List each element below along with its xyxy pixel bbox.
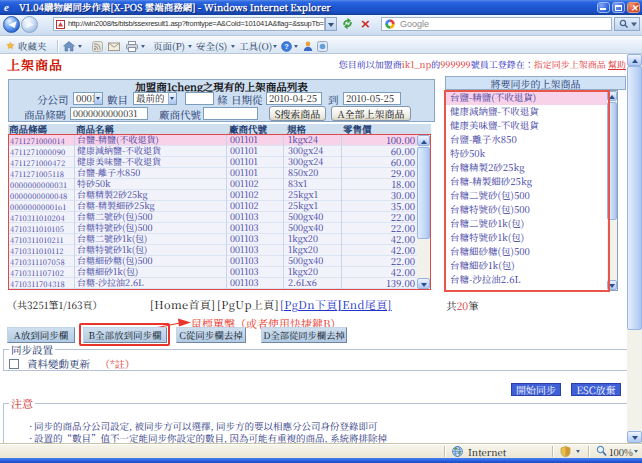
security-zone-label: Internet [468, 446, 506, 458]
address-toolbar: ◀ ▶ http://win2008/ts/btsb/ssexresult1.a… [0, 15, 642, 36]
read-mail-icon[interactable] [108, 41, 120, 52]
scroll-up-icon[interactable] [627, 54, 642, 66]
date-from-input[interactable]: 2010-04-25 [266, 92, 322, 105]
home-dropdown-icon[interactable] [78, 45, 82, 50]
select-arrow-icon[interactable] [168, 93, 176, 104]
feeds-icon[interactable] [92, 41, 103, 52]
table-row[interactable]: 0000000000161 台糖-精製細砂25kg 001102 25kgx1 … [9, 201, 417, 212]
vendor-label: 廠商代號 [159, 108, 201, 121]
zoom-icon[interactable] [596, 445, 607, 457]
home-icon[interactable] [63, 41, 75, 52]
stop-button[interactable]: × [358, 16, 373, 31]
table-row[interactable]: 4710311010211 台糖二號砂1k(包) 001103 1kgx20 4… [9, 234, 417, 245]
address-dropdown-button[interactable] [325, 17, 337, 31]
page-up-link[interactable]: [PgUp上頁] [217, 298, 279, 311]
protected-mode-icon[interactable] [560, 446, 571, 457]
date-to-input[interactable]: 2010-05-25 [343, 92, 401, 105]
safety-menu-dropdown-icon[interactable] [231, 45, 235, 50]
table-row[interactable]: 4710311107102 台糖細砂1k(包) 001103 1kgx20 42… [9, 267, 417, 278]
login-prefix: 您目前以加盟商 [339, 58, 402, 71]
safety-menu[interactable]: 安全(S) [196, 40, 227, 53]
back-button[interactable]: ◀ [3, 16, 20, 33]
branch-select[interactable]: 0001 [73, 92, 103, 105]
notes-legend: 注意 [9, 397, 35, 409]
table-scrollbar[interactable] [417, 135, 430, 289]
maximize-button[interactable] [612, 2, 625, 13]
scroll-down-icon[interactable] [417, 278, 430, 289]
scroll-down-icon[interactable] [627, 431, 642, 443]
data-update-checkbox[interactable] [9, 359, 19, 369]
tools-menu[interactable]: 工具(O) [239, 40, 272, 53]
table-row[interactable]: 4710311010105 台糖特號砂(包)500 001103 500gx40… [9, 223, 417, 234]
add-all-to-sync-button[interactable]: B全部放到同步欄 [83, 327, 167, 343]
table-row[interactable]: 4711271000090 健康減納鹽-不收退貨 001101 300gx24 … [9, 146, 417, 157]
table-row[interactable]: 4710311010112 台糖特號砂1k(包) 001103 1kgx20 4… [9, 245, 417, 256]
window-titlebar: e V1.04購物網同步作業[X-POS 雲端商務網] - Windows In… [0, 0, 642, 15]
protected-mode-dropdown-icon[interactable] [576, 450, 580, 455]
remove-all-from-sync-button[interactable]: D全部從同步欄去掉 [261, 327, 347, 343]
count-select[interactable]: 最前的 [133, 92, 177, 105]
date-from-label: 日期從 [231, 93, 263, 106]
remove-from-sync-button[interactable]: C從同步欄去掉 [176, 327, 246, 343]
favorites-button[interactable]: 收藏夹 [18, 40, 47, 53]
login-employee: 999999 [440, 58, 470, 71]
search-products-button[interactable]: S搜索商品 [269, 106, 326, 121]
help-dropdown-icon[interactable] [294, 45, 298, 50]
page-home-link[interactable]: [Home首頁] [150, 298, 215, 311]
count-number-input[interactable] [185, 92, 214, 105]
cancel-sync-button[interactable]: ESC放棄 [571, 383, 621, 396]
minimize-button[interactable] [597, 2, 610, 13]
page-menu-dropdown-icon[interactable] [188, 45, 192, 50]
search-placeholder: Google [400, 18, 429, 30]
scroll-thumb[interactable] [417, 147, 430, 239]
addon-icon-1[interactable] [303, 41, 313, 52]
table-row[interactable]: 4710311704318 台糖-沙拉油2.6L 001103 2.6Lx6 1… [9, 278, 417, 289]
forward-button[interactable]: ▶ [21, 16, 38, 33]
zoom-dropdown-icon[interactable] [634, 450, 638, 455]
print-dropdown-icon[interactable] [141, 45, 145, 50]
page-end-link[interactable]: [End尾頁] [338, 298, 392, 311]
table-row[interactable]: 0000000000031 特砂50k 001102 83x1 18.00 [9, 179, 417, 190]
table-row[interactable]: 4711271000472 健康美味鹽-不收退貨 001101 300gx24 … [9, 157, 417, 168]
note-item: 設置的“數目”值不一定能同步你設定的數目, 因為可能有重複的商品, 系統將排除掉 [26, 432, 626, 443]
tools-menu-dropdown-icon[interactable] [273, 45, 277, 50]
print-icon[interactable] [126, 41, 138, 52]
favorites-star-icon: ★ [6, 40, 15, 52]
url-text: http://win2008/ts/btsb/ssexresult1.asp?f… [68, 18, 324, 30]
table-row[interactable]: 0000000000048 台糖精製2砂25kg 001102 25kgx1 3… [9, 190, 417, 201]
statusbar-separator [552, 446, 553, 457]
help-icon[interactable]: ? [281, 41, 292, 52]
start-sync-button[interactable]: 開始同步 [511, 383, 561, 396]
col-header-barcode: 商品條碼 [9, 124, 47, 134]
all-products-button[interactable]: A全部上架商品 [331, 106, 411, 121]
notes-list: 同步的商品分公司設定, 被同步方可以選擇, 同步方的要以相應分公司身份登錄即可設… [26, 420, 626, 443]
table-row[interactable]: 4711271005118 台鹽-離子水850 001101 850x20 29… [9, 168, 417, 179]
select-arrow-icon[interactable] [94, 93, 102, 104]
vendor-input[interactable] [203, 107, 258, 120]
col-header-name: 商品名稱 [76, 124, 114, 134]
table-row[interactable]: 4711271000014 台鹽-精鹽(不收退貨) 001101 1kgx24 … [9, 135, 417, 146]
col-header-spec: 規格 [287, 124, 306, 134]
scroll-up-icon[interactable] [417, 135, 430, 146]
close-button[interactable]: × [627, 2, 640, 13]
note-mark: （*註） [100, 358, 135, 370]
table-body: 4711271000014 台鹽-精鹽(不收退貨) 001101 1kgx24 … [9, 135, 417, 289]
barcode-label: 商品條碼 [24, 108, 66, 121]
page-menu[interactable]: 页面(P) [153, 40, 185, 53]
table-row[interactable]: 4710311010204 台糖二號砂(包)500 001103 500gx40… [9, 212, 417, 223]
page-down-link[interactable]: [PgDn下頁] [280, 298, 342, 311]
addon-icon-2[interactable] [317, 41, 328, 52]
svg-text:?: ? [284, 42, 289, 51]
add-to-sync-button[interactable]: A放到同步欄 [7, 327, 75, 343]
page-title: 上架商品 [7, 58, 63, 72]
table-row[interactable]: 4710311107058 台糖細砂糖(包)500 001103 500gx40… [9, 256, 417, 267]
barcode-input[interactable]: 0000000000031 [70, 107, 148, 120]
zoom-level[interactable]: 100% [609, 446, 633, 458]
sync-panel-header: 將要同步的上架商品 [445, 76, 626, 90]
page-scrollbar[interactable] [627, 54, 642, 443]
refresh-button[interactable] [340, 16, 355, 31]
login-franchisee: ik1_np [402, 58, 431, 71]
search-button[interactable] [614, 17, 640, 31]
help-link[interactable]: 幫助 [608, 58, 626, 71]
scroll-thumb[interactable] [627, 66, 642, 330]
